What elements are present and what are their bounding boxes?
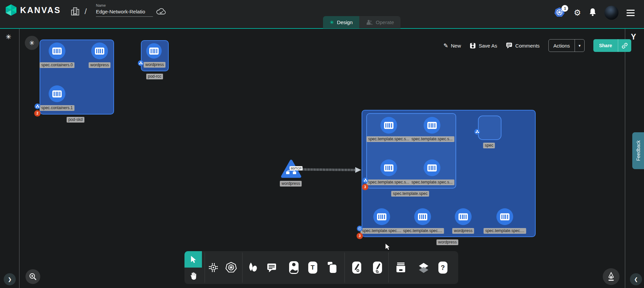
tool-kubernetes[interactable]	[224, 251, 238, 284]
container-node-bottom-1[interactable]	[414, 208, 431, 225]
note-icon	[327, 262, 337, 274]
annotate-pen-button[interactable]	[603, 268, 620, 285]
tool-pan-hand[interactable]	[184, 268, 202, 284]
kubernetes-context-button[interactable]: 1	[554, 7, 566, 18]
mode-tabs: ✳ Design Operate	[323, 16, 400, 28]
container-icon	[95, 48, 104, 55]
brand[interactable]: KANVAS	[5, 4, 61, 16]
tool-layers[interactable]	[416, 251, 431, 284]
drawer-icon	[395, 262, 406, 273]
tool-freehand-pencil[interactable]	[370, 251, 385, 284]
deployment-badge-icon[interactable]	[357, 226, 363, 231]
spec-node[interactable]	[478, 116, 501, 140]
container-icon	[52, 48, 62, 55]
container-node-wordpress-2[interactable]	[146, 43, 162, 59]
expand-right-panel-button[interactable]: ❮	[630, 273, 642, 285]
share-label: Share	[593, 39, 618, 52]
tab-design-label: Design	[337, 19, 353, 25]
subgroup-spec-template-spec[interactable]	[366, 113, 456, 189]
group-label-pod-skd: pod-skd	[67, 117, 85, 123]
tool-sticky-note[interactable]	[325, 251, 340, 284]
circuit-icon	[208, 262, 219, 273]
container-icon	[384, 122, 393, 129]
magnifier-plus-icon	[29, 272, 37, 281]
container-icon	[418, 213, 427, 220]
node-label: spec.template.spec.s...	[410, 179, 454, 185]
layer5-y-logo: Y	[631, 32, 636, 42]
tool-comment[interactable]	[264, 251, 279, 284]
pointer-tools	[184, 251, 202, 284]
comments-button[interactable]: Comments	[506, 42, 540, 49]
tab-design[interactable]: ✳ Design	[323, 16, 359, 28]
meshery-spinner-icon[interactable]: ✳	[6, 33, 11, 41]
tool-help[interactable]: ?	[435, 251, 450, 284]
tool-draw-pen[interactable]	[349, 251, 364, 284]
app-header: KANVAS / Name Edge-Network-Relatio ✳ Des…	[0, 0, 644, 28]
header-right: 1 ⚙	[554, 5, 635, 21]
service-edge[interactable]	[300, 164, 364, 176]
node-label: spec.template.spec.s...	[410, 136, 454, 142]
notifications-bell-icon[interactable]	[589, 8, 596, 18]
tool-media[interactable]	[286, 251, 301, 284]
container-node-bottom-3[interactable]	[496, 208, 513, 225]
workspace-icon[interactable]	[70, 7, 80, 16]
layers-icon	[418, 262, 429, 273]
service-node-label: wordpress	[280, 181, 302, 187]
tool-integrations[interactable]	[206, 251, 221, 284]
dock-divider	[242, 253, 243, 283]
save-as-button[interactable]: Save As	[470, 43, 497, 49]
new-button[interactable]: ✎ New	[443, 42, 461, 49]
tab-operate[interactable]: Operate	[359, 16, 400, 28]
pod-badge-icon[interactable]	[138, 60, 144, 66]
container-icon	[427, 164, 437, 171]
feedback-tab[interactable]: Feedback	[632, 132, 644, 169]
operate-people-icon	[366, 19, 373, 25]
pod-badge-icon[interactable]	[363, 177, 368, 183]
container-node-bottom-2[interactable]	[455, 208, 472, 225]
expand-left-panel-button[interactable]: ❯	[4, 273, 16, 285]
shapes-icon	[247, 262, 258, 273]
container-node-template-1[interactable]	[424, 117, 440, 134]
tool-select-cursor[interactable]	[184, 251, 202, 268]
cursor-icon	[190, 256, 197, 264]
container-node-spec-containers-1[interactable]	[49, 85, 65, 102]
caret-down-icon[interactable]: ▼	[575, 40, 584, 52]
settings-gear-icon[interactable]: ⚙	[574, 9, 581, 17]
group-label-wordpress: wordpress	[436, 239, 458, 245]
issue-count-badge[interactable]: 3	[357, 233, 363, 239]
comment-icon	[506, 42, 513, 49]
subgroup-label: spec.template.spec	[391, 191, 429, 197]
container-icon	[384, 164, 393, 171]
tool-text[interactable]: T	[305, 251, 320, 284]
user-avatar[interactable]	[604, 6, 619, 20]
right-rail-divider	[625, 29, 625, 288]
actions-dropdown-button[interactable]: Actions ▼	[548, 39, 585, 52]
container-node-wordpress-1[interactable]	[91, 43, 108, 59]
pod-badge-icon[interactable]	[474, 129, 480, 135]
text-tool-icon: T	[308, 262, 317, 274]
breadcrumb-slash: /	[85, 7, 87, 16]
copy-link-icon[interactable]	[618, 39, 631, 52]
container-node-spec-containers-0[interactable]	[49, 43, 65, 59]
node-label: spec.template.spec....	[484, 228, 526, 234]
container-icon	[459, 213, 468, 220]
zoom-button[interactable]	[25, 269, 40, 284]
design-name-input[interactable]: Edge-Network-Relatio	[96, 9, 153, 17]
container-node-template-0[interactable]	[380, 117, 397, 134]
pod-badge-icon[interactable]	[35, 103, 40, 109]
container-icon	[427, 122, 437, 129]
container-node-template-2[interactable]	[380, 159, 397, 176]
share-button[interactable]: Share	[593, 39, 631, 52]
issue-count-badge[interactable]: 2	[34, 110, 41, 117]
node-label: spec.template.spec.s...	[367, 179, 411, 185]
node-label: spec.template.spec.s...	[367, 136, 411, 142]
issue-count-badge[interactable]: 3	[362, 184, 368, 190]
tool-shapes[interactable]	[245, 251, 260, 284]
container-node-bottom-0[interactable]	[373, 208, 390, 225]
tool-component-drawer[interactable]	[393, 251, 408, 284]
menu-hamburger-icon[interactable]	[627, 10, 635, 16]
canvas-settings-fab[interactable]: ✳	[25, 36, 39, 50]
brand-title: KANVAS	[20, 5, 61, 15]
container-node-template-3[interactable]	[424, 159, 440, 176]
spec-node-label: spec	[483, 143, 495, 148]
